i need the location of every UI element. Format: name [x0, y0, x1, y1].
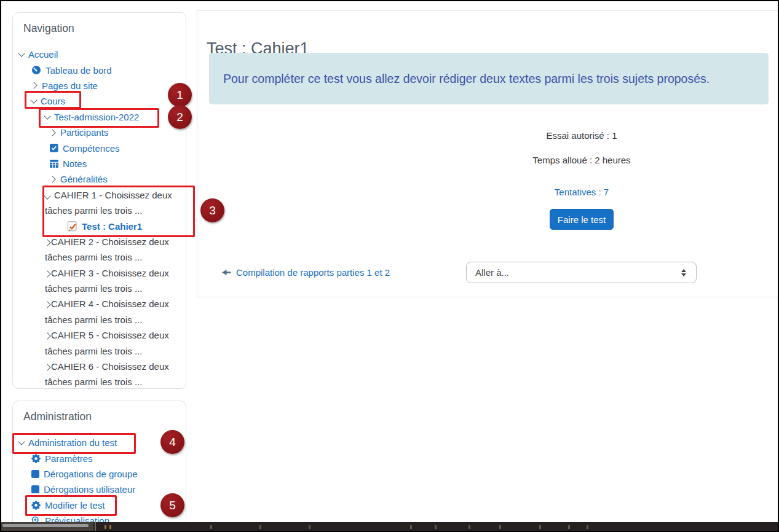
nav-item-label: CAHIER 6 - Choisissez deux tâches parmi …	[45, 361, 169, 387]
chevron-right-icon[interactable]	[44, 364, 50, 370]
attempts-link[interactable]: Tentatives : 7	[555, 187, 609, 197]
attempts-allowed-text: Essai autorisé : 1	[197, 130, 779, 141]
step-badge-5: 5	[160, 493, 184, 517]
arrow-left-icon	[222, 270, 231, 275]
nav-item-label: CAHIER 3 - Choisissez deux tâches parmi …	[45, 268, 169, 294]
chevron-down-icon[interactable]	[44, 192, 50, 199]
nav-item-label[interactable]: Cours	[41, 96, 65, 106]
admin-item-derogations-utilisateur: Dérogations utilisateur	[31, 482, 186, 497]
nav-item-label: CAHIER 2 - Choisissez deux tâches parmi …	[45, 237, 169, 262]
jump-to-select-value: Aller à...	[475, 267, 681, 278]
nav-item-label[interactable]: Tableau de bord	[45, 65, 112, 76]
gear-icon	[31, 454, 41, 463]
quiz-icon	[67, 221, 77, 232]
admin-item-label[interactable]: Administration du test	[28, 437, 117, 448]
admin-item-label[interactable]: Modifier le test	[45, 500, 105, 510]
admin-item-parametres: Paramètres	[31, 450, 186, 466]
step-badge-4: 4	[160, 430, 184, 454]
square-icon	[31, 485, 39, 493]
nav-item-label[interactable]: Test : Cahier1	[82, 221, 142, 232]
chevron-right-icon[interactable]	[44, 270, 50, 277]
nav-item-cahier-4[interactable]: CAHIER 4 - Choisissez deux tâches parmi …	[45, 296, 178, 327]
nav-item-cahier-5[interactable]: CAHIER 5 - Choisissez deux tâches parmi …	[45, 327, 178, 359]
step-badge-2: 2	[168, 105, 192, 129]
nav-item-label[interactable]: Participants	[60, 127, 108, 138]
nav-item-cahier-3[interactable]: CAHIER 3 - Choisissez deux tâches parmi …	[45, 265, 178, 297]
table-icon	[50, 160, 58, 168]
navigation-block-title: Navigation	[23, 21, 186, 36]
gear-icon	[31, 501, 41, 510]
scrollbar-thumb[interactable]	[2, 524, 89, 527]
chevron-right-icon[interactable]	[49, 129, 55, 136]
step-badge-1: 1	[168, 83, 192, 107]
nav-item-test-cahier1: Test : Cahier1	[67, 218, 186, 233]
nav-item-pages-du-site: Pages du site	[31, 78, 186, 93]
admin-item-label[interactable]: Paramètres	[45, 453, 93, 464]
nav-item-generalites: Généralités	[50, 171, 186, 187]
nav-item-label[interactable]: Notes	[63, 158, 87, 169]
nav-item-tableau-de-bord: Tableau de bord	[31, 62, 186, 77]
taskbar-divider	[95, 522, 96, 531]
jump-to-select[interactable]: Aller à...	[466, 262, 697, 283]
chevron-right-icon[interactable]	[44, 239, 50, 246]
administration-block-title: Administration	[23, 409, 186, 424]
main-panel: Test : Cahier1 Pour compléter ce test vo…	[197, 10, 779, 297]
chevron-right-icon[interactable]	[44, 332, 50, 339]
page: Navigation Accueil Tableau de bord Pages…	[0, 0, 779, 532]
select-updown-icon	[681, 269, 686, 276]
nav-item-label[interactable]: Pages du site	[42, 80, 98, 91]
dashboard-icon	[31, 65, 41, 75]
check-square-icon	[50, 144, 58, 152]
chevron-right-icon[interactable]	[30, 82, 37, 89]
start-quiz-button[interactable]: Faire le test	[550, 209, 614, 230]
nav-item-label: CAHIER 1 - Choisissez deux tâches parmi …	[45, 190, 172, 216]
nav-item-accueil: Accueil	[19, 47, 186, 62]
chevron-down-icon[interactable]	[18, 50, 25, 57]
admin-item-label[interactable]: Dérogations utilisateur	[44, 484, 135, 495]
nav-item-label[interactable]: Généralités	[60, 174, 108, 184]
step-badge-3: 3	[200, 198, 224, 222]
previous-activity-link[interactable]: Compilation de rapports parties 1 et 2	[236, 267, 390, 278]
nav-item-label[interactable]: Test-admission-2022	[54, 112, 139, 122]
nav-item-label: CAHIER 4 - Choisissez deux tâches parmi …	[45, 299, 169, 324]
nav-item-cahier-6[interactable]: CAHIER 6 - Choisissez deux tâches parmi …	[45, 359, 178, 390]
nav-item-notes: Notes	[50, 156, 186, 171]
info-banner: Pour compléter ce test vous allez devoir…	[209, 53, 769, 104]
administration-tree: Administration du test Paramètres Déroga…	[13, 435, 186, 528]
taskbar	[1, 522, 778, 531]
chevron-right-icon[interactable]	[49, 176, 55, 182]
info-banner-text: Pour compléter ce test vous allez devoir…	[223, 72, 710, 86]
nav-item-cahier-2[interactable]: CAHIER 2 - Choisissez deux tâches parmi …	[45, 234, 178, 265]
nav-item-participants: Participants	[50, 125, 186, 140]
nav-item-cahier-1[interactable]: CAHIER 1 - Choisissez deux tâches parmi …	[45, 187, 178, 219]
time-limit-text: Temps alloué : 2 heures	[197, 155, 779, 165]
nav-item-label: CAHIER 5 - Choisissez deux tâches parmi …	[45, 330, 169, 356]
navigation-tree: Accueil Tableau de bord Pages du site Co…	[13, 47, 186, 390]
nav-item-label[interactable]: Compétences	[63, 143, 120, 154]
chevron-down-icon[interactable]	[30, 97, 37, 104]
attempts-row: Tentatives : 7	[197, 187, 779, 198]
chevron-down-icon[interactable]	[44, 112, 50, 119]
navigation-block: Navigation Accueil Tableau de bord Pages…	[12, 12, 186, 389]
chevron-down-icon[interactable]	[18, 439, 25, 445]
nav-item-test-admission-2022: Test-admission-2022	[45, 109, 186, 125]
admin-item-derogations-de-groupe: Dérogations de groupe	[31, 466, 186, 482]
nav-item-cours: Cours	[31, 93, 186, 109]
nav-item-label[interactable]: Accueil	[28, 49, 58, 60]
nav-item-competences: Compétences	[50, 140, 186, 155]
administration-block: Administration Administration du test Pa…	[12, 401, 186, 531]
admin-item-label[interactable]: Dérogations de groupe	[44, 469, 138, 479]
square-icon	[31, 470, 39, 478]
chevron-right-icon[interactable]	[44, 302, 50, 308]
previous-activity-link-row: Compilation de rapports parties 1 et 2	[222, 267, 390, 278]
